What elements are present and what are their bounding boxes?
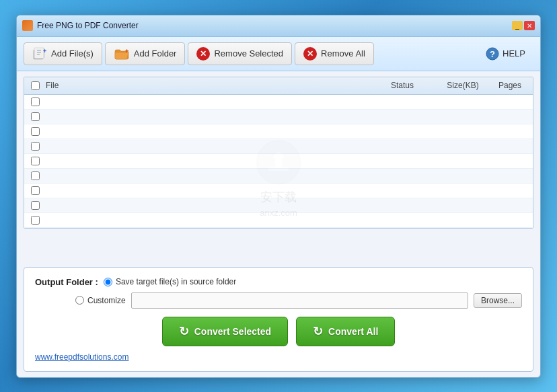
table-row (24, 124, 533, 139)
browse-button[interactable]: Browse... (474, 293, 522, 308)
add-folder-icon: + (114, 47, 130, 61)
app-icon (22, 20, 33, 31)
header-check-col (27, 81, 43, 90)
row-checkbox[interactable] (31, 171, 40, 180)
title-bar: Free PNG to PDF Converter _ ✕ (17, 15, 540, 37)
output-folder-row: Output Folder : Save target file(s) in s… (35, 277, 522, 287)
content-area: File Status Size(KB) Pages (17, 71, 540, 377)
add-folder-button[interactable]: + Add Folder (105, 42, 186, 65)
header-size: Size(KB) (436, 81, 490, 90)
remove-all-button[interactable]: ✕ Remove All (295, 42, 374, 65)
convert-all-label: Convert All (328, 326, 378, 337)
header-status: Status (369, 81, 436, 90)
main-window: Free PNG to PDF Converter _ ✕ + Add File… (16, 15, 541, 378)
file-table-wrapper: File Status Size(KB) Pages (24, 77, 533, 262)
row-checkbox[interactable] (31, 97, 40, 106)
header-file: File (43, 81, 369, 90)
title-controls: _ ✕ (512, 21, 535, 30)
source-folder-radio-label[interactable]: Save target file(s) in source folder (104, 277, 236, 286)
customize-path-input[interactable] (131, 292, 468, 309)
table-body (24, 95, 533, 228)
table-header: File Status Size(KB) Pages (24, 77, 533, 95)
convert-selected-button[interactable]: ↻ Convert Selected (162, 317, 288, 346)
source-folder-label: Save target file(s) in source folder (116, 277, 236, 286)
remove-selected-button[interactable]: ✕ Remove Selected (188, 42, 292, 65)
svg-text:+: + (125, 48, 128, 54)
window-title: Free PNG to PDF Converter (37, 21, 139, 30)
row-checkbox[interactable] (31, 142, 40, 151)
customize-radio[interactable] (75, 296, 84, 305)
close-button[interactable]: ✕ (524, 21, 535, 30)
help-label: HELP (503, 48, 525, 58)
customize-radio-label[interactable]: Customize (75, 296, 126, 305)
toolbar: + Add File(s) + Add Folder ✕ Remove Sele… (17, 37, 540, 71)
row-checkbox[interactable] (31, 112, 40, 121)
add-files-icon: + (32, 47, 47, 61)
row-checkbox[interactable] (31, 186, 40, 195)
output-panel: Output Folder : Save target file(s) in s… (24, 267, 533, 372)
row-checkbox[interactable] (31, 157, 40, 165)
help-button[interactable]: ? HELP (478, 43, 533, 65)
convert-selected-label: Convert Selected (194, 326, 271, 337)
table-row (24, 213, 533, 228)
table-row (24, 95, 533, 110)
row-checkbox[interactable] (31, 201, 40, 210)
add-folder-label: Add Folder (134, 48, 177, 58)
footer-link[interactable]: www.freepdfsolutions.com (35, 352, 128, 362)
table-row (24, 139, 533, 154)
table-row (24, 198, 533, 213)
footer-link-row: www.freepdfsolutions.com (35, 352, 522, 362)
minimize-button[interactable]: _ (512, 21, 523, 30)
file-table: File Status Size(KB) Pages (24, 77, 533, 229)
table-row (24, 184, 533, 198)
source-folder-radio[interactable] (104, 278, 112, 286)
title-bar-left: Free PNG to PDF Converter (22, 20, 139, 31)
add-files-button[interactable]: + Add File(s) (24, 42, 102, 65)
help-icon: ? (486, 47, 499, 61)
select-all-checkbox[interactable] (31, 81, 40, 90)
remove-selected-icon: ✕ (196, 47, 210, 61)
convert-selected-icon: ↻ (179, 324, 189, 339)
convert-all-icon: ↻ (313, 324, 323, 339)
add-files-label: Add File(s) (51, 48, 94, 58)
row-checkbox[interactable] (31, 127, 40, 136)
customize-row: Customize Browse... (35, 292, 522, 309)
svg-rect-2 (34, 48, 44, 58)
svg-text:+: + (43, 48, 46, 54)
remove-all-icon: ✕ (303, 47, 317, 61)
output-label: Output Folder : (35, 277, 98, 287)
svg-text:?: ? (490, 49, 495, 59)
remove-selected-label: Remove Selected (214, 48, 283, 58)
convert-all-button[interactable]: ↻ Convert All (296, 317, 395, 346)
table-row (24, 110, 533, 124)
table-row (24, 154, 533, 169)
customize-label: Customize (87, 296, 126, 305)
table-row (24, 169, 533, 184)
convert-row: ↻ Convert Selected ↻ Convert All (35, 317, 522, 346)
remove-all-label: Remove All (321, 48, 365, 58)
header-pages: Pages (490, 81, 530, 90)
row-checkbox[interactable] (31, 216, 40, 225)
